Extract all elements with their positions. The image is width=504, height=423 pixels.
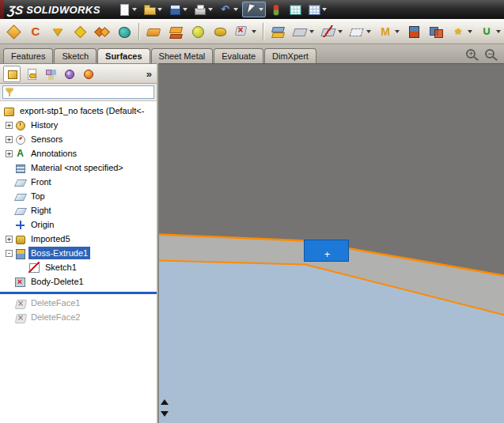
radiate-surface-button[interactable]: [210, 21, 230, 42]
dropdown-caret-icon[interactable]: [322, 8, 327, 11]
feature-tree: export-stp1_no facets (Default<-+History…: [0, 101, 157, 423]
panel-tabs: [3, 66, 97, 82]
undo-button[interactable]: [217, 2, 241, 17]
knit-surface-button[interactable]: [375, 21, 402, 42]
tree-item-front[interactable]: Front: [0, 175, 157, 189]
sensors-icon: [14, 134, 26, 145]
filter-input[interactable]: [16, 87, 153, 97]
boundary-surface-button[interactable]: [92, 21, 112, 42]
tree-expander-spacer: [4, 177, 14, 187]
view-zoom-tools: [461, 49, 502, 63]
dropdown-caret-icon[interactable]: [252, 30, 256, 33]
dropdown-caret-icon[interactable]: [259, 8, 263, 11]
intersect-button[interactable]: [426, 21, 446, 42]
stoplight-button[interactable]: [267, 2, 285, 17]
tree-item-deleteface2[interactable]: DeleteFace2: [0, 310, 157, 324]
tree-item-top[interactable]: Top: [0, 189, 157, 203]
tree-item-material-not-specified[interactable]: Material <not specified>: [0, 161, 157, 175]
tab-dimxpert[interactable]: DimXpert: [264, 48, 316, 63]
dropdown-caret-icon[interactable]: [468, 30, 472, 33]
table-button[interactable]: [286, 2, 304, 17]
ribbon-tabs: FeaturesSketchSurfacesSheet MetalEvaluat…: [2, 48, 317, 63]
viewport-scroll-arrows[interactable]: [159, 399, 169, 417]
dropdown-caret-icon[interactable]: [183, 8, 188, 11]
swept-surface-button[interactable]: [47, 21, 68, 42]
rollback-bar[interactable]: [0, 292, 157, 294]
dropdown-caret-icon[interactable]: [366, 30, 371, 33]
boundary-surface-icon: [94, 24, 110, 40]
tree-item-export-stp1-no-facets-default[interactable]: export-stp1_no facets (Default<-: [0, 104, 157, 118]
tree-item-right[interactable]: Right: [0, 203, 157, 217]
filled-surface-button[interactable]: [114, 21, 135, 42]
tree-item-label: Origin: [28, 218, 56, 231]
dropdown-caret-icon[interactable]: [208, 8, 213, 11]
imported-feature-icon: [14, 233, 26, 245]
propertymanager-tab[interactable]: [22, 66, 40, 82]
tree-expander[interactable]: -: [6, 250, 13, 257]
extend-surface-button[interactable]: [290, 21, 316, 42]
lofted-surface-button[interactable]: [70, 21, 90, 42]
window-button[interactable]: [305, 2, 329, 17]
dropdown-caret-icon[interactable]: [309, 30, 314, 33]
expand-panel-chevron[interactable]: »: [145, 68, 153, 80]
delete-face-button[interactable]: [232, 21, 259, 42]
tab-sheet-metal[interactable]: Sheet Metal: [151, 48, 214, 63]
scroll-up-icon[interactable]: [161, 399, 169, 405]
planar-surface-button[interactable]: [143, 21, 164, 42]
thicken-icon: [406, 24, 422, 40]
dropdown-caret-icon[interactable]: [157, 8, 162, 11]
untrim-surface-button[interactable]: [347, 21, 373, 42]
ruled-surface-button[interactable]: [188, 21, 208, 42]
tree-expander[interactable]: +: [6, 236, 13, 243]
tab-surfaces[interactable]: Surfaces: [97, 48, 150, 63]
tab-evaluate[interactable]: Evaluate: [214, 48, 263, 63]
filter-row: [0, 84, 157, 101]
dropdown-caret-icon[interactable]: [132, 8, 137, 11]
open-button[interactable]: [141, 2, 165, 17]
tree-expander-spacer: [4, 220, 14, 230]
dropdown-caret-icon[interactable]: [395, 30, 400, 33]
dropdown-caret-icon[interactable]: [338, 30, 343, 33]
trim-surface-button[interactable]: [318, 21, 345, 42]
tree-item-boss-extrude1[interactable]: -Boss-Extrude1: [0, 246, 157, 260]
offset-surface-button[interactable]: [165, 21, 186, 42]
revolved-surface-button[interactable]: [25, 21, 46, 42]
tree-item-sketch1[interactable]: Sketch1: [0, 260, 157, 274]
tree-expander-spacer: [18, 262, 28, 273]
tree-item-origin[interactable]: Origin: [0, 217, 157, 232]
select-cursor-button[interactable]: [242, 2, 266, 17]
featuremanager-tab[interactable]: [3, 66, 21, 82]
dropdown-caret-icon[interactable]: [496, 30, 501, 33]
save-button[interactable]: [166, 2, 190, 17]
tree-item-history[interactable]: +History: [0, 118, 157, 132]
tree-item-annotations[interactable]: +Annotations: [0, 146, 157, 161]
tree-item-sensors[interactable]: +Sensors: [0, 132, 157, 146]
tree-expander[interactable]: +: [6, 136, 13, 143]
tree-item-imported5[interactable]: +Imported5: [0, 232, 157, 246]
zoom-in-icon[interactable]: [466, 49, 476, 59]
dimxpertmanager-tab[interactable]: [60, 66, 78, 82]
tree-expander-spacer: [4, 163, 14, 173]
tab-sketch[interactable]: Sketch: [54, 48, 97, 63]
extruded-surface-button[interactable]: [3, 21, 24, 42]
instant3d-button[interactable]: [448, 21, 475, 42]
thicken-button[interactable]: [404, 21, 424, 42]
planar-surface-icon: [146, 24, 161, 40]
new-button[interactable]: [116, 2, 139, 17]
dimxpertmanager-icon: [63, 68, 75, 80]
tree-item-deleteface1[interactable]: DeleteFace1: [0, 296, 157, 310]
tree-item-body-delete1[interactable]: Body-Delete1: [0, 274, 157, 289]
replace-face-button[interactable]: [267, 21, 288, 42]
tree-expander[interactable]: +: [6, 150, 13, 157]
configurationmanager-tab[interactable]: [41, 66, 59, 82]
tree-expander[interactable]: +: [6, 122, 13, 129]
print-button[interactable]: [191, 2, 215, 17]
zoom-out-icon[interactable]: [485, 49, 495, 59]
filter-funnel-icon[interactable]: [4, 86, 16, 98]
graphics-viewport[interactable]: +: [159, 63, 504, 423]
dropdown-caret-icon[interactable]: [233, 8, 238, 11]
tab-features[interactable]: Features: [3, 48, 53, 63]
displaymanager-tab[interactable]: [79, 66, 97, 82]
scroll-down-icon[interactable]: [161, 411, 169, 417]
curves-button[interactable]: [476, 21, 503, 42]
